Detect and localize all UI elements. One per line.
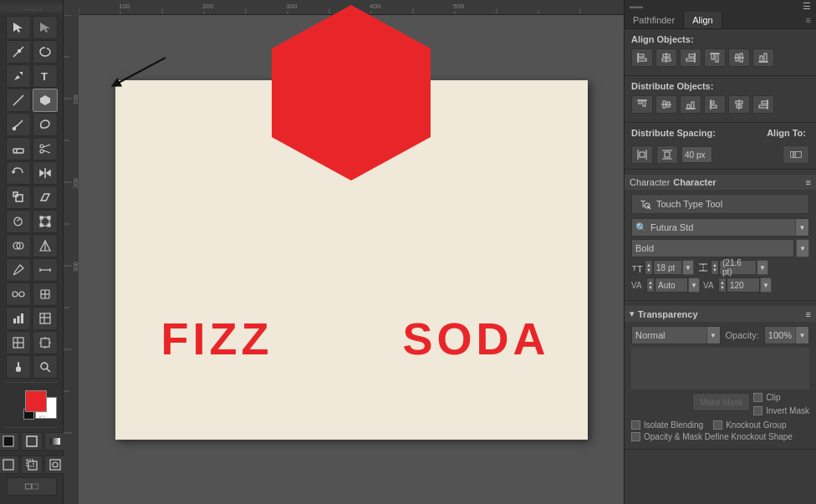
free-transform-tool[interactable]: [33, 210, 58, 233]
line-tool[interactable]: [6, 89, 31, 112]
search-icon: 🔍: [632, 222, 650, 233]
paintbrush-tool[interactable]: [6, 113, 31, 136]
isolate-blending-checkbox[interactable]: [631, 420, 640, 430]
scissors-tool[interactable]: [33, 137, 58, 160]
rotate-tool[interactable]: [6, 161, 31, 185]
artboard[interactable]: FIZZ SODA: [115, 80, 588, 440]
align-center-vertical-btn[interactable]: [728, 48, 750, 67]
dist-center-h-btn[interactable]: [728, 95, 750, 114]
live-paint-tool[interactable]: [33, 283, 58, 306]
pen-tool[interactable]: [6, 64, 31, 88]
tracking-dropdown[interactable]: ▼: [760, 277, 772, 293]
font-dropdown-btn[interactable]: ▼: [795, 219, 808, 236]
panel-options-icon[interactable]: ≡: [801, 12, 816, 28]
opacity-field[interactable]: 100% ▼: [764, 326, 809, 344]
reflect-tool[interactable]: [33, 161, 58, 185]
scale-tool[interactable]: [6, 186, 31, 209]
dist-left-btn[interactable]: [704, 95, 726, 114]
clip-label: Clip: [766, 393, 780, 402]
transparency-title-bar[interactable]: ▾ Transparency ≡: [625, 306, 816, 322]
font-style-dropdown[interactable]: ▼: [796, 239, 809, 257]
svg-rect-119: [764, 53, 767, 62]
warp-tool[interactable]: [6, 210, 31, 233]
font-size-value[interactable]: 18 pt: [653, 260, 682, 275]
align-center-horizontal-btn[interactable]: [655, 48, 677, 67]
direct-selection-tool[interactable]: [33, 16, 58, 39]
dist-bottom-btn[interactable]: [680, 95, 701, 114]
foreground-color-swatch[interactable]: [25, 390, 47, 412]
selection-tool[interactable]: [6, 16, 31, 39]
tab-align[interactable]: Align: [684, 12, 722, 28]
artboard-tool[interactable]: [33, 331, 58, 354]
svg-rect-118: [760, 56, 762, 62]
lasso-tool[interactable]: [33, 40, 58, 64]
toolbar-handle[interactable]: ........: [0, 3, 63, 13]
zoom-tool[interactable]: [33, 355, 58, 379]
dist-right-btn[interactable]: [752, 95, 774, 114]
change-screen-mode[interactable]: [7, 477, 57, 496]
panel-menu-icon[interactable]: ☰: [803, 1, 811, 12]
align-to-selection-btn[interactable]: [783, 145, 809, 164]
align-objects-section: Align Objects:: [625, 29, 816, 76]
polygon-tool[interactable]: [33, 89, 58, 112]
knockout-group-checkbox[interactable]: [713, 420, 722, 430]
font-size-dropdown[interactable]: ▼: [682, 260, 694, 275]
hand-tool[interactable]: [6, 355, 31, 379]
dist-vert-space-btn[interactable]: [656, 145, 678, 164]
hexagon-shape[interactable]: [255, 0, 447, 231]
align-bottom-edges-btn[interactable]: [752, 48, 774, 67]
eraser-tool[interactable]: [6, 137, 31, 160]
tab-pathfinder[interactable]: Pathfinder: [625, 12, 684, 28]
kerning-dropdown[interactable]: ▼: [688, 277, 700, 293]
tracking-spinner[interactable]: ▲ ▼: [718, 277, 727, 293]
draw-normal-mode[interactable]: [0, 456, 19, 474]
slice-tool[interactable]: [6, 331, 31, 354]
font-size-spinner[interactable]: ▲ ▼: [645, 260, 653, 275]
perspective-grid-tool[interactable]: [33, 234, 58, 257]
blob-brush-tool[interactable]: [33, 113, 58, 136]
draw-inside-mode[interactable]: [44, 456, 66, 474]
kerning-value[interactable]: Auto: [655, 277, 688, 293]
transparency-menu-icon[interactable]: ≡: [806, 309, 811, 319]
shape-builder-tool[interactable]: [6, 234, 31, 257]
align-left-edges-btn[interactable]: [631, 48, 653, 67]
clip-checkbox[interactable]: [753, 393, 762, 402]
opacity-mask-define-checkbox[interactable]: [631, 432, 640, 441]
type-tool[interactable]: T: [33, 64, 58, 88]
make-mask-btn[interactable]: Make Mask: [692, 393, 750, 411]
opacity-dropdown[interactable]: ▼: [795, 327, 808, 344]
invert-mask-label: Invert Mask: [766, 406, 809, 415]
font-search-input[interactable]: [650, 222, 795, 232]
dist-center-v-btn[interactable]: [655, 95, 677, 114]
dist-top-btn[interactable]: [631, 95, 653, 114]
svg-marker-17: [47, 171, 50, 176]
column-graph-tool[interactable]: [6, 307, 31, 330]
leading-dropdown[interactable]: ▼: [757, 260, 768, 275]
mesh-tool[interactable]: [33, 307, 58, 330]
character-menu-icon[interactable]: ≡: [806, 177, 811, 187]
leading-spinner[interactable]: ▲ ▼: [711, 260, 719, 275]
blend-mode-value: Normal: [632, 330, 706, 340]
blend-mode-select[interactable]: Normal ▼: [631, 326, 721, 344]
distribute-spacing-input[interactable]: [682, 150, 711, 160]
touch-type-btn[interactable]: T Touch Type Tool: [631, 194, 809, 214]
invert-mask-checkbox[interactable]: [753, 406, 762, 415]
gradient-swatch-icon[interactable]: [44, 432, 66, 451]
eyedropper-tool[interactable]: [6, 258, 31, 282]
distribute-spacing-title: Distribute Spacing:: [631, 128, 716, 138]
measure-tool[interactable]: [33, 258, 58, 282]
align-right-edges-btn[interactable]: [680, 48, 701, 67]
stroke-icon[interactable]: [21, 432, 43, 451]
leading-value[interactable]: (21.6 pt): [719, 260, 757, 275]
fill-icon[interactable]: [0, 432, 19, 451]
character-section-title-bar[interactable]: Character Character ≡: [625, 175, 816, 190]
magic-wand-tool[interactable]: [6, 40, 31, 64]
align-top-edges-btn[interactable]: [704, 48, 726, 67]
kerning-spinner[interactable]: ▲ ▼: [646, 277, 655, 293]
dist-horiz-space-btn[interactable]: [631, 145, 653, 164]
tracking-value[interactable]: 120: [727, 277, 760, 293]
blend-mode-dropdown[interactable]: ▼: [706, 327, 720, 344]
blend-tool[interactable]: [6, 283, 31, 306]
shear-tool[interactable]: [33, 186, 58, 209]
draw-behind-mode[interactable]: [21, 456, 43, 474]
